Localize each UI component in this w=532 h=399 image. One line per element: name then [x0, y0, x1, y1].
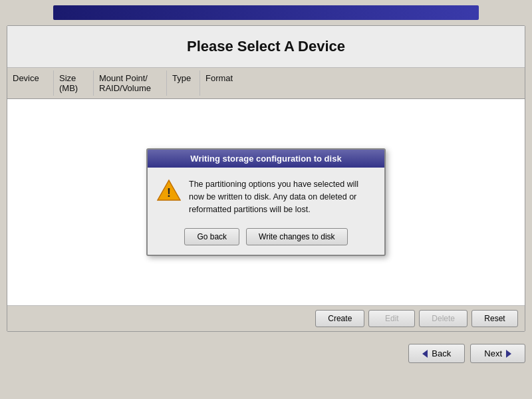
dialog-body: ! The partitioning options you have sele…: [148, 168, 384, 222]
reset-button[interactable]: Reset: [471, 310, 518, 327]
page-title: Please Select A Device: [7, 38, 525, 55]
table-body: Writing storage configuration to disk ! …: [7, 99, 525, 305]
dialog: Writing storage configuration to disk ! …: [146, 148, 386, 255]
col-type: Type: [167, 70, 200, 96]
back-label: Back: [432, 348, 451, 358]
main-panel: Please Select A Device Device Size(MB) M…: [7, 25, 525, 332]
create-button[interactable]: Create: [315, 310, 364, 327]
col-format: Format: [200, 70, 247, 96]
dialog-overlay: Writing storage configuration to disk ! …: [7, 99, 525, 305]
table-header: Device Size(MB) Mount Point/RAID/Volume …: [7, 68, 525, 99]
back-arrow-icon: [422, 350, 428, 358]
bottom-toolbar: Create Edit Delete Reset: [7, 305, 525, 331]
top-bar: [53, 5, 479, 20]
back-button[interactable]: Back: [408, 344, 465, 363]
dialog-message: The partitioning options you have select…: [189, 178, 375, 215]
dialog-buttons: Go back Write changes to disk: [148, 223, 384, 255]
next-arrow-icon: [506, 350, 511, 358]
edit-button[interactable]: Edit: [368, 310, 415, 327]
warning-icon: !: [157, 178, 181, 202]
svg-text:!: !: [167, 186, 171, 200]
col-device: Device: [7, 70, 54, 96]
dialog-title: Writing storage configuration to disk: [148, 150, 384, 168]
title-area: Please Select A Device: [7, 26, 525, 68]
next-label: Next: [484, 348, 502, 358]
col-size: Size(MB): [54, 70, 94, 96]
nav-bar: Back Next: [0, 337, 532, 363]
write-changes-button[interactable]: Write changes to disk: [246, 228, 348, 245]
delete-button[interactable]: Delete: [419, 310, 467, 327]
next-button[interactable]: Next: [470, 344, 525, 363]
go-back-button[interactable]: Go back: [184, 228, 239, 245]
col-mount: Mount Point/RAID/Volume: [94, 70, 167, 96]
